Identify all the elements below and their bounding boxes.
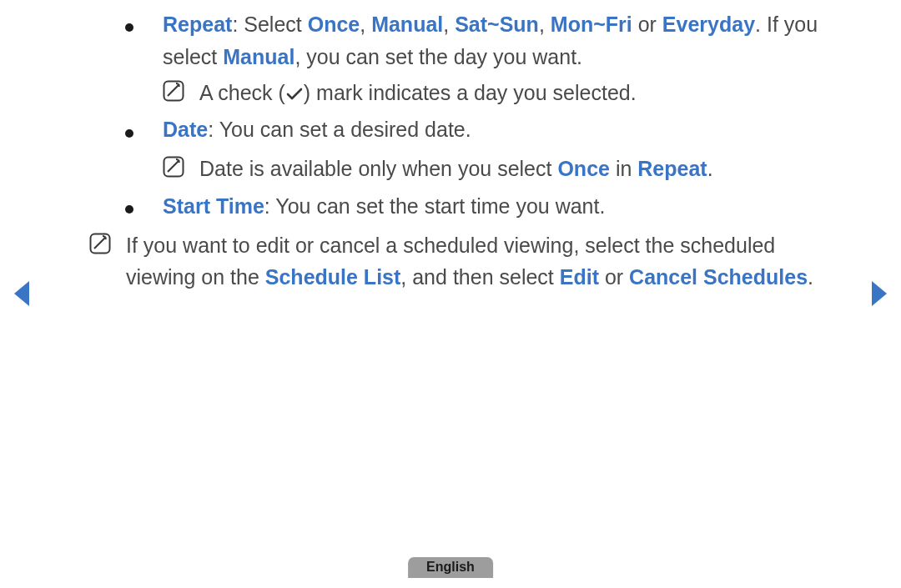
bullet-start-time: Start Time: You can set the start time y… [96, 190, 847, 226]
term-cancel-schedules: Cancel Schedules [629, 265, 808, 289]
bullet-marker [96, 8, 163, 73]
bullet-start-text: Start Time: You can set the start time y… [163, 190, 847, 226]
checkmark-icon [285, 87, 304, 102]
note-icon-svg [163, 156, 184, 178]
note-icon-svg [163, 80, 184, 102]
opt-once-2: Once [557, 157, 610, 180]
opt-once: Once [308, 13, 360, 36]
term-edit: Edit [560, 265, 599, 289]
bullet-date: Date: You can set a desired date. [96, 113, 847, 149]
opt-everyday: Everyday [662, 13, 755, 36]
bullet-repeat-text: Repeat: Select Once, Manual, Sat~Sun, Mo… [163, 8, 847, 73]
note-icon [163, 77, 199, 111]
term-schedule-list: Schedule List [265, 265, 401, 289]
bullet-repeat: Repeat: Select Once, Manual, Sat~Sun, Mo… [96, 8, 847, 73]
note-date: Date is available only when you select O… [96, 153, 847, 187]
note-icon [89, 229, 126, 294]
bullet-marker [96, 113, 163, 149]
bullet-marker [96, 190, 163, 226]
note-date-text: Date is available only when you select O… [199, 153, 847, 187]
manual-content: Repeat: Select Once, Manual, Sat~Sun, Mo… [96, 8, 847, 297]
chevron-right-icon [870, 279, 888, 308]
term-repeat-2: Repeat [637, 157, 707, 180]
note-icon-svg [89, 233, 111, 254]
bullet-date-text: Date: You can set a desired date. [163, 113, 847, 149]
note-repeat-text: A check () mark indicates a day you sele… [199, 77, 847, 111]
term-repeat: Repeat [163, 13, 232, 36]
language-indicator: English [408, 557, 493, 578]
opt-monfri: Mon~Fri [551, 13, 632, 36]
svg-marker-4 [872, 281, 887, 306]
opt-manual: Manual [371, 13, 443, 36]
note-repeat-check: A check () mark indicates a day you sele… [96, 77, 847, 111]
note-edit-text: If you want to edit or cancel a schedule… [126, 229, 847, 294]
opt-manual-2: Manual [223, 45, 294, 68]
svg-marker-3 [14, 281, 29, 306]
chevron-left-icon [13, 279, 31, 308]
note-icon [163, 153, 199, 187]
note-edit-cancel: If you want to edit or cancel a schedule… [89, 229, 847, 294]
next-page-arrow[interactable] [870, 279, 888, 311]
opt-satsun: Sat~Sun [455, 13, 539, 36]
term-start-time: Start Time [163, 194, 264, 218]
term-date: Date [163, 118, 208, 141]
prev-page-arrow[interactable] [13, 279, 31, 311]
